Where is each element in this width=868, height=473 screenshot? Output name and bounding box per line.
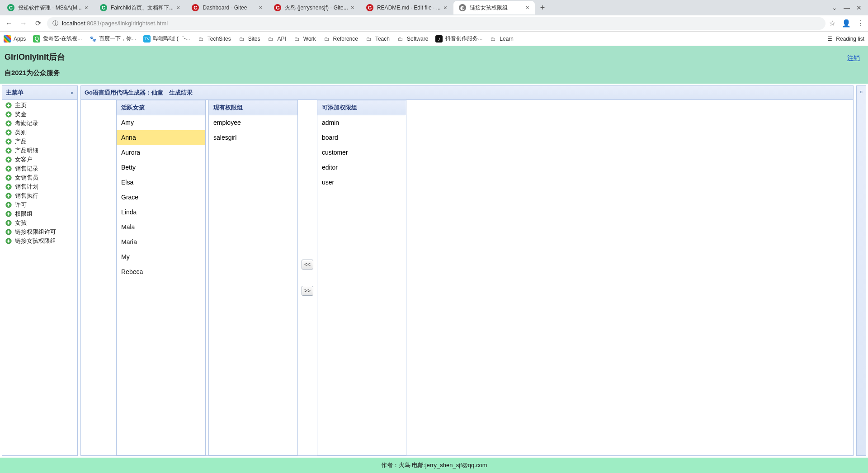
main-panel: Go语言通用代码生成器：仙童 生成结果 活跃女孩 AmyAnnaAuroraBe…	[80, 85, 854, 456]
sidebar-item[interactable]: 销售记录	[2, 164, 77, 173]
bookmark-label: Software	[407, 36, 428, 42]
window-expand-icon[interactable]: ⌄	[832, 4, 837, 11]
close-icon[interactable]: ×	[443, 4, 447, 11]
profile-icon[interactable]: 👤	[842, 19, 851, 28]
sidebar-item[interactable]: 女孩	[2, 218, 77, 227]
list-item[interactable]: Betty	[117, 160, 205, 175]
reading-list-button[interactable]: ☰Reading list	[826, 35, 864, 43]
site-info-icon[interactable]: ⓘ	[52, 19, 58, 28]
list-item[interactable]: My	[117, 250, 205, 265]
bilibili-icon: TV	[143, 35, 151, 43]
transfer-right-button[interactable]: >>	[302, 286, 313, 296]
list-item[interactable]: editor	[317, 160, 406, 175]
collapse-sidebar-icon[interactable]: «	[71, 90, 74, 96]
sidebar-item-label: 女客户	[15, 156, 33, 164]
bookmark-label: Apps	[14, 36, 26, 42]
list-item[interactable]: admin	[317, 115, 406, 130]
window-close-icon[interactable]: ✕	[856, 4, 862, 11]
sidebar-item[interactable]: 考勤记录	[2, 119, 77, 128]
browser-tab[interactable]: ◐链接女孩权限组×	[453, 1, 535, 14]
close-icon[interactable]: ×	[259, 4, 262, 11]
close-icon[interactable]: ×	[176, 4, 180, 11]
bookmark-item[interactable]: 🗀Work	[293, 35, 316, 43]
sidebar-item-label: 产品	[15, 137, 27, 146]
browser-tab[interactable]: C投递软件管理 - MS&A(M...×	[2, 1, 94, 14]
browser-tab[interactable]: G火鸟 (jerryshensjf) - Gite...×	[269, 1, 360, 14]
menu-icon[interactable]: ⋮	[857, 19, 864, 28]
bookmark-label: Sites	[248, 36, 260, 42]
plus-icon	[5, 102, 12, 109]
list-item[interactable]: Maria	[117, 235, 205, 250]
bookmark-item[interactable]: 🗀Teach	[365, 35, 390, 43]
list-item[interactable]: Aurora	[117, 145, 205, 160]
plus-icon	[5, 165, 12, 172]
browser-tab[interactable]: CFairchild首页、文档和下...×	[94, 1, 186, 14]
list-item[interactable]: Grace	[117, 190, 205, 205]
list-item[interactable]: user	[317, 175, 406, 190]
list-item[interactable]: Linda	[117, 205, 205, 220]
tab-favicon-icon: C	[7, 4, 14, 11]
sidebar-item[interactable]: 奖金	[2, 110, 77, 119]
sidebar-item[interactable]: 链接女孩权限组	[2, 236, 77, 246]
plus-icon	[5, 237, 12, 245]
bookmark-label: API	[277, 36, 286, 42]
list-item[interactable]: Amy	[117, 115, 205, 130]
bookmark-item[interactable]: 🗀Reference	[323, 35, 358, 43]
sidebar-item[interactable]: 销售执行	[2, 191, 77, 200]
address-bar: ← → ⟳ ⓘ localhost:8081/pages/linkgirlrig…	[0, 15, 868, 32]
sidebar-item[interactable]: 女销售员	[2, 173, 77, 182]
star-icon[interactable]: ☆	[829, 19, 835, 28]
new-tab-button[interactable]: +	[536, 3, 550, 13]
back-button[interactable]: ←	[4, 19, 14, 28]
forward-button[interactable]: →	[18, 19, 29, 28]
list-item[interactable]: Mala	[117, 220, 205, 235]
list-item[interactable]: Elsa	[117, 175, 205, 190]
sidebar-item-label: 销售计划	[15, 183, 38, 191]
sidebar-item[interactable]: 类别	[2, 128, 77, 137]
sidebar-item[interactable]: 链接权限组许可	[2, 227, 77, 236]
tab-title: 火鸟 (jerryshensjf) - Gite...	[285, 4, 348, 12]
sidebar-item[interactable]: 许可	[2, 200, 77, 209]
list-item[interactable]: board	[317, 130, 406, 145]
list-item[interactable]: Anna	[117, 130, 205, 145]
browser-tab[interactable]: GDashboard - Gitee×	[186, 1, 268, 14]
sidebar-item-label: 类别	[15, 128, 27, 137]
bookmark-item[interactable]: TV哔哩哔哩 (゜-...	[143, 35, 190, 43]
bookmark-item[interactable]: 🐾百度一下，你...	[89, 35, 136, 43]
main-body: 活跃女孩 AmyAnnaAuroraBettyElsaGraceLindaMal…	[81, 100, 853, 455]
sidebar-item[interactable]: 主页	[2, 101, 77, 110]
bookmark-item[interactable]: ♪抖音创作服务...	[435, 35, 482, 43]
bookmark-bar: AppsQ爱奇艺-在线视...🐾百度一下，你...TV哔哩哔哩 (゜-...🗀T…	[0, 32, 868, 46]
bookmark-item[interactable]: Q爱奇艺-在线视...	[33, 35, 82, 43]
sidebar-item[interactable]: 权限组	[2, 209, 77, 218]
transfer-left-button[interactable]: <<	[302, 260, 313, 270]
folder-icon: 🗀	[293, 35, 301, 43]
logout-link[interactable]: 注销	[847, 54, 860, 62]
bookmark-item[interactable]: 🗀API	[267, 35, 286, 43]
close-icon[interactable]: ×	[526, 4, 529, 11]
list-item[interactable]: employee	[209, 115, 297, 130]
window-minimize-icon[interactable]: —	[844, 4, 850, 11]
list-item[interactable]: salesgirl	[209, 130, 297, 145]
tab-favicon-icon: C	[100, 4, 107, 11]
tab-favicon-icon: G	[192, 4, 199, 11]
bookmark-item[interactable]: 🗀Sites	[238, 35, 260, 43]
reload-button[interactable]: ⟳	[33, 19, 43, 28]
browser-tab[interactable]: GREADME.md · Edit file · ...×	[361, 1, 453, 14]
list-item[interactable]: customer	[317, 145, 406, 160]
sidebar-item[interactable]: 女客户	[2, 155, 77, 164]
close-icon[interactable]: ×	[85, 4, 88, 11]
bookmark-item[interactable]: Apps	[4, 35, 26, 43]
sidebar-item[interactable]: 产品	[2, 137, 77, 146]
list-item[interactable]: Rebeca	[117, 265, 205, 279]
bookmark-item[interactable]: 🗀Learn	[490, 35, 514, 43]
iqiyi-icon: Q	[33, 35, 40, 43]
url-input[interactable]: ⓘ localhost:8081/pages/linkgirlrightset.…	[47, 17, 826, 30]
sidebar-item[interactable]: 销售计划	[2, 182, 77, 191]
collapsed-right-panel[interactable]: »	[856, 85, 866, 456]
bookmark-item[interactable]: 🗀Software	[397, 35, 428, 43]
close-icon[interactable]: ×	[351, 4, 354, 11]
bookmark-item[interactable]: 🗀TechSites	[198, 35, 231, 43]
folder-icon: 🗀	[397, 35, 404, 43]
sidebar-item[interactable]: 产品明细	[2, 146, 77, 155]
